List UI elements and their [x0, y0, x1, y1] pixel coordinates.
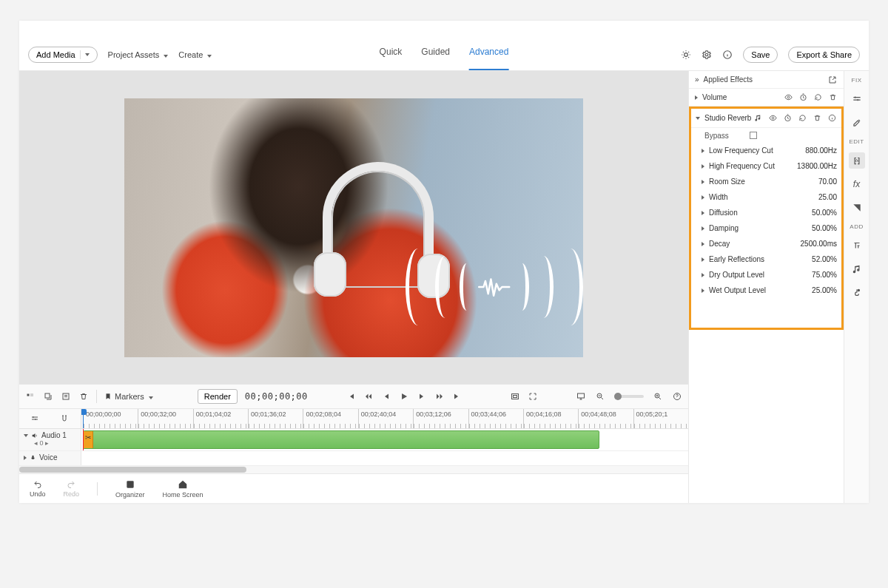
group-edit-label: EDIT: [849, 138, 864, 145]
fullscreen-icon[interactable]: [528, 391, 538, 402]
track-audio1-balance[interactable]: ◂ 0 ▸: [34, 439, 76, 447]
reverb-param[interactable]: Decay2500.00ms: [691, 236, 841, 251]
ruler-tick: 00;00;00;00: [83, 409, 138, 428]
markers-menu[interactable]: Markers: [104, 392, 153, 401]
reverb-param[interactable]: Damping50.00%: [691, 220, 841, 236]
forward-icon[interactable]: [417, 391, 427, 402]
goto-start-icon[interactable]: [346, 391, 356, 402]
svg-point-1: [706, 53, 709, 56]
timeline-toolbar: Markers Render 00;00;00;00: [19, 384, 688, 409]
gear-icon[interactable]: [702, 50, 712, 60]
organizer-button[interactable]: Organizer: [115, 479, 145, 499]
reverb-param[interactable]: Wet Output Level25.00%: [691, 283, 841, 298]
svg-text:fx: fx: [855, 158, 858, 163]
stopwatch-icon[interactable]: [798, 92, 808, 103]
help-icon[interactable]: [672, 391, 682, 402]
export-share-button[interactable]: Export & Share: [788, 47, 860, 63]
info-icon[interactable]: [827, 113, 837, 124]
audio-icon[interactable]: [849, 261, 865, 277]
redo-button[interactable]: Redo: [64, 480, 80, 498]
color-icon[interactable]: [849, 200, 865, 216]
goto-end-icon[interactable]: [452, 391, 462, 402]
render-button[interactable]: Render: [198, 389, 238, 404]
reverb-param[interactable]: High Frequency Cut13800.00Hz: [691, 158, 841, 174]
main-area: Markers Render 00;00;00;00: [19, 71, 869, 503]
home-screen-button[interactable]: Home Screen: [163, 479, 204, 499]
snap-icon[interactable]: [60, 413, 70, 424]
collapse-icon: »: [695, 75, 699, 84]
reverb-param[interactable]: Room Size70.00: [691, 174, 841, 189]
timeline-ruler[interactable]: 00;00;00;0000;00;32;0000;01;04;0200;01;3…: [81, 409, 688, 428]
track-options-icon[interactable]: [30, 413, 40, 424]
applied-fx-icon[interactable]: fx: [849, 152, 865, 169]
reset-icon[interactable]: [797, 113, 807, 124]
reset-icon[interactable]: [813, 92, 823, 103]
svg-point-20: [772, 117, 774, 119]
reverb-param[interactable]: Dry Output Level75.00%: [691, 267, 841, 283]
adjust-icon[interactable]: [849, 91, 865, 107]
effect-volume[interactable]: Volume: [689, 89, 844, 107]
graphics-icon[interactable]: [849, 285, 865, 301]
bottom-bar: Undo Redo Organizer Home Screen: [19, 473, 688, 503]
fx-icon[interactable]: fx: [849, 176, 865, 192]
reverb-param[interactable]: Width25.00: [691, 189, 841, 205]
soundwave-graphic: [406, 246, 583, 328]
save-button[interactable]: Save: [743, 47, 778, 63]
applied-effects-header[interactable]: » Applied Effects: [689, 71, 844, 89]
zoom-out-icon[interactable]: [595, 391, 605, 402]
track-audio1[interactable]: Audio 1 ◂ 0 ▸ ✂: [19, 429, 688, 451]
safe-margins-icon[interactable]: [510, 391, 520, 402]
effect-studio-reverb[interactable]: Studio Reverb: [691, 109, 841, 128]
ruler-tick: 00;04;48;08: [578, 409, 633, 428]
undo-button[interactable]: Undo: [30, 480, 46, 498]
titles-icon[interactable]: [849, 237, 865, 254]
add-media-button[interactable]: Add Media: [28, 47, 98, 63]
preview-stage: [19, 71, 688, 384]
zoom-slider[interactable]: [614, 395, 644, 398]
svg-point-0: [684, 53, 688, 57]
trash-icon[interactable]: [78, 391, 89, 402]
monitor-icon[interactable]: [576, 391, 586, 402]
step-back-icon[interactable]: [363, 391, 374, 402]
music-note-icon[interactable]: [753, 113, 763, 124]
ruler-tick: 00;02;40;04: [358, 409, 413, 428]
playhead[interactable]: [83, 409, 84, 428]
svg-rect-11: [513, 396, 517, 398]
reverb-param[interactable]: Early Reflections52.00%: [691, 251, 841, 267]
popout-icon[interactable]: [827, 75, 838, 85]
bypass-row[interactable]: Bypass: [691, 128, 841, 143]
tab-advanced[interactable]: Advanced: [469, 47, 508, 70]
svg-rect-10: [511, 394, 518, 399]
new-item-icon[interactable]: [43, 391, 53, 402]
ruler-tick: 00;01;36;02: [248, 409, 303, 428]
play-icon[interactable]: [399, 391, 409, 402]
tab-guided[interactable]: Guided: [421, 47, 450, 63]
video-preview[interactable]: [124, 98, 583, 357]
timeline-options-icon[interactable]: [25, 391, 36, 402]
properties-icon[interactable]: [61, 391, 71, 402]
audio-clip[interactable]: ✂: [83, 430, 599, 449]
eye-icon[interactable]: [767, 113, 778, 124]
step-forward-icon[interactable]: [434, 391, 445, 402]
create-menu[interactable]: Create: [178, 50, 212, 59]
track-voice[interactable]: Voice: [19, 451, 688, 466]
trash-icon[interactable]: [812, 113, 822, 124]
stopwatch-icon[interactable]: [782, 113, 793, 124]
reverb-param[interactable]: Diffusion50.00%: [691, 205, 841, 220]
info-icon[interactable]: [722, 50, 733, 60]
eye-icon[interactable]: [783, 92, 793, 103]
project-assets-menu[interactable]: Project Assets: [108, 50, 169, 59]
tab-quick[interactable]: Quick: [380, 47, 403, 63]
ruler-tick: 00;04;16;08: [523, 409, 578, 428]
zoom-in-icon[interactable]: [653, 391, 663, 402]
timeline-hscrollbar[interactable]: [19, 466, 688, 473]
tools-icon[interactable]: [849, 115, 865, 131]
rewind-icon[interactable]: [381, 391, 391, 402]
timecode-display[interactable]: 00;00;00;00: [245, 391, 308, 402]
bypass-checkbox[interactable]: [750, 132, 757, 139]
studio-reverb-highlight: Studio Reverb Bypass Low Frequency Cut88…: [689, 107, 844, 330]
reverb-param[interactable]: Low Frequency Cut880.00Hz: [691, 143, 841, 158]
brightness-icon[interactable]: [681, 50, 691, 60]
trash-icon[interactable]: [827, 92, 838, 103]
group-add-label: ADD: [850, 223, 863, 230]
